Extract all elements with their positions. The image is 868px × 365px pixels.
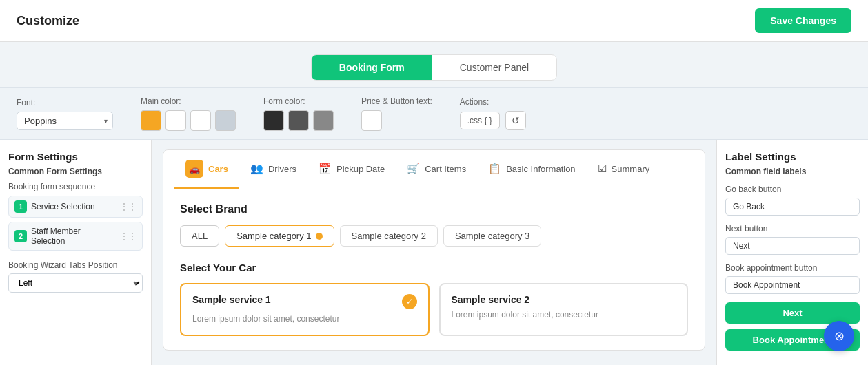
car-tab-icon: 🚗 bbox=[185, 160, 203, 178]
main-color-swatch-2[interactable] bbox=[165, 110, 186, 131]
category-1-label: Sample category 1 bbox=[236, 231, 311, 241]
car-card-1[interactable]: Sample service 1 ✓ Lorem ipsum dolor sit… bbox=[180, 283, 430, 336]
right-panel-subtitle: Common field labels bbox=[725, 167, 860, 176]
book-appointment-field-label: Book appointment button bbox=[725, 263, 860, 273]
form-color-swatches bbox=[263, 110, 334, 131]
form-color-label: Form color: bbox=[263, 96, 334, 106]
next-label: Next button bbox=[725, 224, 860, 233]
price-color-swatch[interactable] bbox=[361, 110, 382, 131]
drag-item-2-num: 2 bbox=[14, 230, 27, 242]
category-all-btn[interactable]: ALL bbox=[180, 225, 219, 247]
price-text-label: Price & Button text: bbox=[361, 96, 432, 106]
left-panel-title: Form Settings bbox=[8, 151, 143, 163]
wizard-tab-basic-info[interactable]: 📋 Basic Information bbox=[477, 153, 586, 186]
car-card-2-header: Sample service 2 bbox=[452, 294, 676, 305]
go-back-field-group: Go back button bbox=[725, 185, 860, 216]
booking-sequence-label: Booking form sequence bbox=[8, 182, 143, 191]
select-car-title: Select Your Car bbox=[180, 262, 688, 273]
main-color-swatch-4[interactable] bbox=[215, 110, 236, 131]
wizard-tab-cars-label: Cars bbox=[208, 164, 228, 174]
wizard-tab-pickup[interactable]: 📅 Pickup Date bbox=[307, 153, 396, 186]
car-card-2-name: Sample service 2 bbox=[452, 294, 530, 305]
main-color-swatch-1[interactable] bbox=[141, 110, 161, 131]
category-1-active-dot bbox=[316, 233, 323, 240]
actions-section: Actions: .css { } ↺ bbox=[460, 97, 526, 130]
main-color-swatches bbox=[141, 110, 236, 131]
select-brand-title: Select Brand bbox=[180, 203, 688, 216]
next-input[interactable] bbox=[725, 237, 860, 255]
car-card-1-header: Sample service 1 ✓ bbox=[192, 294, 417, 309]
car-card-1-name: Sample service 1 bbox=[192, 294, 271, 305]
wizard-tab-cars[interactable]: 🚗 Cars bbox=[174, 150, 239, 189]
drag-item-1-text: Service Selection bbox=[31, 202, 116, 211]
tab-booking-form[interactable]: Booking Form bbox=[312, 55, 432, 80]
css-button[interactable]: .css { } bbox=[460, 112, 500, 129]
page-title: Customize bbox=[17, 14, 79, 28]
wizard-tab-pickup-label: Pickup Date bbox=[336, 164, 385, 174]
form-content: Select Brand ALL Sample category 1 Sampl… bbox=[163, 189, 705, 350]
main-color-label: Main color: bbox=[141, 96, 236, 106]
category-filters: ALL Sample category 1 Sample category 2 … bbox=[180, 225, 688, 247]
summary-icon: ☑ bbox=[598, 163, 607, 175]
category-1-btn[interactable]: Sample category 1 bbox=[225, 225, 334, 247]
actions-label: Actions: bbox=[460, 97, 526, 107]
wizard-tab-drivers[interactable]: 👥 Drivers bbox=[239, 153, 307, 186]
next-field-group: Next button bbox=[725, 224, 860, 255]
right-panel-title: Label Settings bbox=[725, 151, 860, 163]
drag-item-2-text: Staff Member Selection bbox=[31, 227, 116, 246]
wizard-tabs-label: Booking Wizard Tabs Position bbox=[8, 260, 143, 270]
left-panel-subtitle: Common Form Settings bbox=[8, 167, 143, 176]
form-color-section: Form color: bbox=[263, 96, 334, 131]
font-select-wrapper: Poppins bbox=[17, 112, 113, 130]
drag-item-1[interactable]: 1 Service Selection ⋮⋮ bbox=[8, 196, 143, 218]
left-panel: Form Settings Common Form Settings Booki… bbox=[0, 140, 152, 365]
font-select[interactable]: Poppins bbox=[17, 112, 113, 130]
wizard-tab-summary[interactable]: ☑ Summary bbox=[587, 153, 661, 186]
wizard-tabs-nav: 🚗 Cars 👥 Drivers 📅 Pickup Date 🛒 Cart It… bbox=[163, 150, 705, 189]
basic-info-icon: 📋 bbox=[488, 163, 501, 175]
category-2-btn[interactable]: Sample category 2 bbox=[340, 225, 438, 247]
main-color-swatch-3[interactable] bbox=[190, 110, 211, 131]
price-text-section: Price & Button text: bbox=[361, 96, 432, 131]
form-color-swatch-1[interactable] bbox=[263, 110, 284, 131]
save-changes-button[interactable]: Save Changes bbox=[755, 8, 851, 33]
actions-buttons: .css { } ↺ bbox=[460, 111, 526, 130]
drag-item-1-num: 1 bbox=[14, 200, 27, 213]
top-bar: Customize Save Changes bbox=[0, 0, 868, 42]
main-layout: Form Settings Common Form Settings Booki… bbox=[0, 140, 868, 365]
go-back-input[interactable] bbox=[725, 198, 860, 216]
tab-customer-panel[interactable]: Customer Panel bbox=[432, 55, 556, 80]
tab-bar: Booking Form Customer Panel bbox=[0, 42, 868, 87]
car-card-1-desc: Lorem ipsum dolor sit amet, consectetur bbox=[192, 313, 417, 325]
cart-icon: 🛒 bbox=[407, 163, 420, 175]
car-card-2-desc: Lorem ipsum dolor sit amet, consectetur bbox=[452, 309, 676, 321]
pickup-icon: 📅 bbox=[319, 163, 332, 175]
drag-list: 1 Service Selection ⋮⋮ 2 Staff Member Se… bbox=[8, 196, 143, 251]
category-3-btn[interactable]: Sample category 3 bbox=[443, 225, 541, 247]
form-preview: 🚗 Cars 👥 Drivers 📅 Pickup Date 🛒 Cart It… bbox=[163, 149, 705, 351]
wizard-tab-summary-label: Summary bbox=[612, 164, 650, 174]
go-back-label: Go back button bbox=[725, 185, 860, 194]
car-card-2[interactable]: Sample service 2 Lorem ipsum dolor sit a… bbox=[439, 283, 689, 336]
wizard-tabs-position-select[interactable]: Left bbox=[8, 273, 143, 293]
main-color-section: Main color: bbox=[141, 96, 236, 131]
drag-item-2[interactable]: 2 Staff Member Selection ⋮⋮ bbox=[8, 222, 143, 251]
form-color-swatch-2[interactable] bbox=[288, 110, 309, 131]
refresh-button[interactable]: ↺ bbox=[505, 111, 526, 130]
font-section: Font: Poppins bbox=[17, 98, 113, 130]
form-color-swatch-3[interactable] bbox=[313, 110, 334, 131]
wizard-tab-drivers-label: Drivers bbox=[268, 164, 296, 174]
drivers-icon: 👥 bbox=[250, 163, 263, 175]
floating-help-icon: ⊗ bbox=[834, 328, 845, 344]
wizard-tab-cart[interactable]: 🛒 Cart Items bbox=[396, 153, 477, 186]
font-label: Font: bbox=[17, 98, 113, 107]
main-tabs: Booking Form Customer Panel bbox=[311, 54, 557, 81]
floating-help-button[interactable]: ⊗ bbox=[824, 321, 854, 351]
book-appointment-input[interactable] bbox=[725, 276, 860, 294]
car-cards: Sample service 1 ✓ Lorem ipsum dolor sit… bbox=[180, 283, 688, 336]
book-appointment-field-group: Book appointment button bbox=[725, 263, 860, 294]
wizard-tabs-select-wrapper: Left bbox=[8, 273, 143, 293]
settings-bar: Font: Poppins Main color: Form color: Pr… bbox=[0, 87, 868, 140]
price-color-swatches bbox=[361, 110, 432, 131]
wizard-tab-basic-info-label: Basic Information bbox=[506, 164, 575, 174]
